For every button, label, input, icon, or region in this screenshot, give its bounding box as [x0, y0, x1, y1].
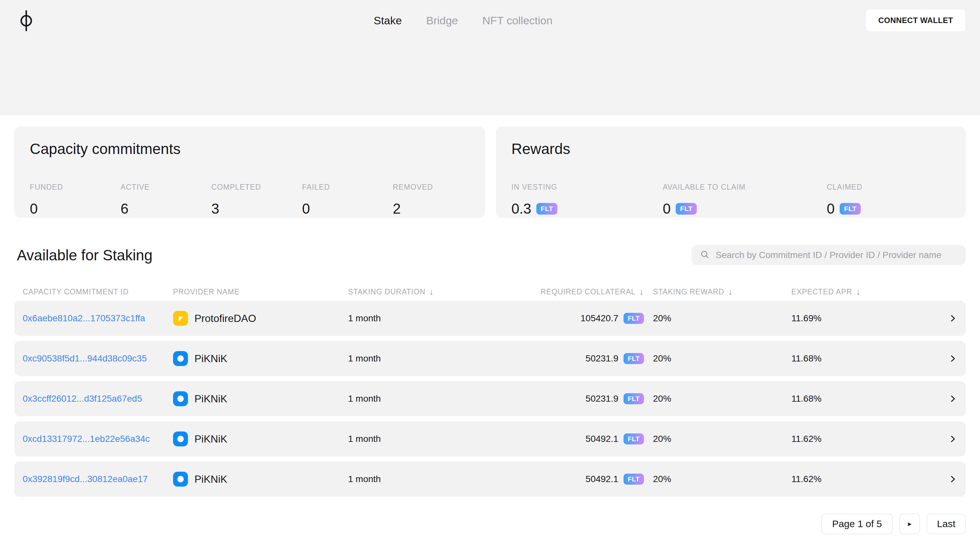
staking-reward-value: 20%: [644, 353, 791, 364]
collateral-amount: 105420.7: [580, 313, 618, 324]
column-header-staking-duration[interactable]: STAKING DURATION↓: [348, 287, 538, 297]
rewards-card-title: Rewards: [511, 140, 950, 157]
stat-in-vesting: IN VESTING 0.3 FLT: [511, 183, 663, 217]
commitment-id-link[interactable]: 0xc90538f5d1...944d38c09c35: [14, 353, 173, 364]
commitment-id-link[interactable]: 0x392819f9cd...30812ea0ae17: [14, 474, 173, 484]
flt-token-badge: FLT: [623, 353, 644, 364]
search-input[interactable]: [716, 250, 957, 260]
flt-token-badge: FLT: [623, 313, 644, 324]
row-chevron-right-icon[interactable]: [940, 474, 966, 484]
required-collateral-cell: 105420.7 FLT: [538, 313, 644, 324]
row-chevron-right-icon[interactable]: [940, 434, 966, 444]
stat-label: AVAILABLE TO CLAIM: [663, 183, 827, 192]
stat-value: 0: [30, 201, 120, 217]
table-row[interactable]: 0xc90538f5d1...944d38c09c35 PiKNiK 1 mon…: [14, 341, 966, 376]
table-header-row: CAPACITY COMMITMENT ID PROVIDER NAME STA…: [14, 283, 966, 301]
row-chevron-right-icon[interactable]: [940, 394, 966, 404]
flt-token-badge: FLT: [623, 474, 644, 484]
staking-section-title: Available for Staking: [17, 246, 153, 264]
staking-reward-value: 20%: [644, 393, 791, 404]
staking-duration-value: 1 month: [348, 393, 538, 404]
provider-avatar: [173, 391, 188, 406]
expected-apr-value: 11.62%: [791, 434, 940, 444]
avatar-dot: [177, 436, 184, 442]
flt-token-badge: FLT: [676, 203, 697, 215]
required-collateral-cell: 50231.9 FLT: [538, 393, 644, 404]
table-row[interactable]: 0x6aebe810a2...1705373c1ffa ProtofireDAO…: [14, 301, 966, 336]
provider-name: PiKNiK: [194, 353, 227, 365]
column-header-required-collateral[interactable]: REQUIRED COLLATERAL↓: [538, 287, 644, 297]
capacity-card-title: Capacity commitments: [30, 140, 469, 157]
last-page-button[interactable]: Last: [927, 513, 966, 534]
collateral-amount: 50231.9: [586, 353, 618, 364]
capacity-stats: FUNDED 0 ACTIVE 6 COMPLETED 3 FAILED 0 R…: [30, 183, 469, 217]
required-collateral-cell: 50231.9 FLT: [538, 353, 644, 364]
provider-avatar: [173, 431, 188, 446]
stat-active: ACTIVE 6: [120, 183, 211, 217]
commitment-id-link[interactable]: 0x6aebe810a2...1705373c1ffa: [14, 313, 173, 324]
flt-token-badge: FLT: [623, 433, 644, 444]
column-label: PROVIDER NAME: [173, 287, 240, 296]
provider-cell: PiKNiK: [173, 351, 348, 366]
collateral-amount: 50492.1: [586, 434, 618, 444]
nav-tab-stake[interactable]: Stake: [374, 14, 402, 27]
stat-label: FUNDED: [30, 183, 120, 192]
expected-apr-value: 11.62%: [791, 474, 940, 484]
table-row[interactable]: 0x3ccff26012...d3f125a67ed5 PiKNiK 1 mon…: [14, 381, 966, 416]
commitment-id-link[interactable]: 0xcd13317972...1eb22e56a34c: [14, 434, 173, 444]
stat-label: CLAIMED: [827, 183, 950, 192]
flt-token-badge: FLT: [623, 393, 644, 404]
staking-duration-value: 1 month: [348, 353, 538, 364]
sort-desc-icon[interactable]: ↓: [639, 287, 644, 297]
stat-completed: COMPLETED 3: [211, 183, 302, 217]
column-label: STAKING REWARD: [653, 287, 724, 296]
commitment-id-link[interactable]: 0x3ccff26012...d3f125a67ed5: [14, 393, 173, 404]
stat-removed: REMOVED 2: [393, 183, 484, 217]
flt-token-badge: FLT: [840, 203, 861, 215]
provider-name: PiKNiK: [194, 393, 227, 405]
nav-tab-bridge[interactable]: Bridge: [426, 14, 458, 27]
staking-table-body: 0x6aebe810a2...1705373c1ffa ProtofireDAO…: [14, 301, 966, 497]
table-row[interactable]: 0xcd13317972...1eb22e56a34c PiKNiK 1 mon…: [14, 422, 966, 456]
stat-funded: FUNDED 0: [30, 183, 120, 217]
row-chevron-right-icon[interactable]: [940, 354, 966, 363]
stat-amount: 0.3: [511, 201, 531, 217]
stat-label: COMPLETED: [211, 183, 302, 192]
stat-label: IN VESTING: [511, 183, 663, 192]
search-box[interactable]: [692, 245, 966, 265]
staking-duration-value: 1 month: [348, 434, 538, 444]
required-collateral-cell: 50492.1 FLT: [538, 433, 644, 444]
column-label: STAKING DURATION: [348, 287, 426, 296]
provider-name: PiKNiK: [194, 473, 227, 485]
sort-desc-icon[interactable]: ↓: [728, 287, 733, 297]
staking-reward-value: 20%: [644, 313, 791, 324]
provider-avatar: [173, 472, 188, 487]
expected-apr-value: 11.69%: [791, 313, 940, 324]
stat-label: REMOVED: [393, 183, 484, 192]
capacity-commitments-card: Capacity commitments FUNDED 0 ACTIVE 6 C…: [14, 127, 485, 218]
staking-duration-value: 1 month: [348, 313, 538, 324]
stat-amount: 0: [827, 201, 834, 217]
table-row[interactable]: 0x392819f9cd...30812ea0ae17 PiKNiK 1 mon…: [14, 462, 966, 497]
provider-name: ProtofireDAO: [194, 313, 256, 324]
sort-desc-icon[interactable]: ↓: [429, 287, 434, 297]
collateral-amount: 50492.1: [586, 474, 618, 484]
rewards-stats: IN VESTING 0.3 FLT AVAILABLE TO CLAIM 0 …: [511, 183, 950, 217]
connect-wallet-button[interactable]: CONNECT WALLET: [866, 9, 966, 32]
fluence-logo-icon[interactable]: [19, 9, 34, 33]
staking-reward-value: 20%: [644, 434, 791, 444]
stat-label: ACTIVE: [120, 183, 211, 192]
expected-apr-value: 11.68%: [791, 393, 940, 404]
stat-failed: FAILED 0: [302, 183, 393, 217]
nav-tab-nft-collection[interactable]: NFT collection: [482, 14, 552, 27]
next-page-button[interactable]: ▸: [899, 513, 920, 534]
stat-value: 2: [393, 201, 484, 217]
row-chevron-right-icon[interactable]: [940, 313, 966, 323]
sort-desc-icon[interactable]: ↓: [856, 287, 860, 297]
page-indicator-button[interactable]: Page 1 of 5: [821, 513, 893, 534]
collateral-amount: 50231.9: [586, 393, 618, 404]
column-header-staking-reward[interactable]: STAKING REWARD↓: [644, 287, 791, 297]
staking-section-header: Available for Staking: [14, 245, 966, 265]
stat-label: FAILED: [302, 183, 393, 192]
column-header-expected-apr[interactable]: EXPECTED APR↓: [791, 287, 940, 297]
